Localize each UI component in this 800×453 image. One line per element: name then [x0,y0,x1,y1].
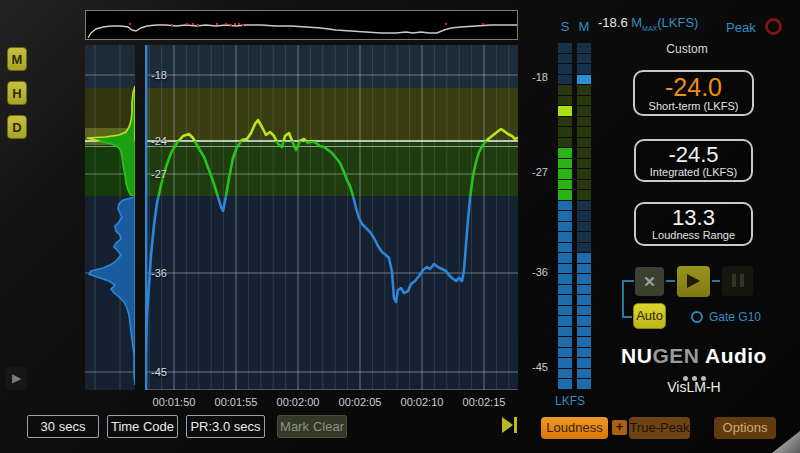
auto-link-wire [622,280,624,318]
graph-time-label: 00:02:10 [392,396,452,408]
graph-time-label: 00:01:55 [206,396,266,408]
reset-button[interactable]: ✕ [635,267,664,296]
momentary-meter-segment [577,306,591,316]
graph-time-label: 00:02:15 [454,396,514,408]
momentary-meter-segment [577,295,591,305]
momentary-meter-segment [577,285,591,295]
history-view-button[interactable]: H [7,81,27,105]
auto-button[interactable]: Auto [633,303,666,329]
momentary-meter-segment [577,43,591,53]
product-name: VisLM-H [614,379,774,395]
momentary-meter-segment [577,75,591,85]
short-term-meter-segment [558,369,572,379]
graph-time-label: 00:01:50 [144,396,204,408]
collapse-panel-button[interactable]: ▶ [6,367,27,390]
short-term-meter-segment [558,327,572,337]
momentary-meter-segment [577,316,591,326]
momentary-meter-segment [577,379,591,389]
true-peak-tab-button[interactable]: True-Peak [629,417,690,439]
vislm-plugin-window: M H D ▶ -18-24-27-36-45 00:01:5000:01:55… [0,0,800,453]
integrated-readout-box[interactable]: -24.5 Integrated (LKFS) [634,139,753,182]
graph-db-label: -27 [151,168,167,180]
short-term-meter-segment [558,316,572,326]
distribution-view-button[interactable]: D [7,115,27,139]
meter-db-label: -18 [524,71,548,83]
auto-link-wire [622,316,632,318]
nugen-audio-logo: NUGEN Audio [614,344,774,368]
mmax-unit: (LKFS) [657,15,698,30]
loudness-range-label: Loudness Range [636,229,751,241]
time-mode-button[interactable]: Time Code [107,415,178,438]
short-term-meter-segment [558,43,572,53]
pause-icon [732,274,736,287]
skip-to-end-icon[interactable] [502,416,519,434]
momentary-meter-segment [577,274,591,284]
meter-db-label: -27 [524,166,548,178]
play-button[interactable] [677,266,710,297]
resize-grip[interactable] [772,431,800,453]
short-term-meter-segment [558,159,572,169]
short-term-meter-segment [558,180,572,190]
peak-indicator-lamp[interactable] [765,18,782,35]
short-term-meter-segment [558,243,572,253]
momentary-meter-segment [577,337,591,347]
play-icon [687,274,700,288]
momentary-meter-segment [577,117,591,127]
integrated-value: -24.5 [636,143,751,166]
short-term-meter-segment [558,190,572,200]
transport-link-wire [666,280,675,282]
gate-label[interactable]: Gate G10 [709,310,761,324]
short-term-meter-segment [558,264,572,274]
short-term-meter-segment [558,232,572,242]
momentary-meter-segment [577,211,591,221]
short-term-column-label: S [558,19,572,34]
short-term-label: Short-term (LKFS) [635,100,752,112]
loudness-range-readout-box[interactable]: 13.3 Loudness Range [634,202,753,246]
momentary-meter-segment [577,369,591,379]
short-term-meter-segment [558,379,572,389]
options-button[interactable]: Options [714,417,776,439]
short-term-meter-segment [558,306,572,316]
preset-name[interactable]: Custom [637,42,737,56]
add-view-button[interactable]: + [612,420,627,435]
mark-button[interactable]: Mark [277,415,312,438]
pause-button[interactable] [722,266,753,296]
momentary-meter-segment [577,85,591,95]
practical-range-button[interactable]: PR:3.0 secs [186,415,265,438]
loudness-overview-strip[interactable] [85,10,518,40]
meter-db-label: -45 [524,361,548,373]
graph-db-label: -24 [151,135,167,147]
momentary-meter-segment [577,148,591,158]
momentary-view-button[interactable]: M [7,47,27,71]
overview-waveform [86,11,517,39]
short-term-meter-segment [558,138,572,148]
meter-unit-label: LKFS [548,394,592,408]
momentary-meter-segment [577,159,591,169]
gate-radio[interactable] [691,311,703,323]
momentary-meter-segment [577,358,591,368]
momentary-meter-segment [577,264,591,274]
short-term-readout-box[interactable]: -24.0 Short-term (LKFS) [633,70,754,116]
clear-button[interactable]: Clear [311,415,347,438]
momentary-meter-segment [577,232,591,242]
momentary-meter-segment [577,64,591,74]
graph-time-label: 00:02:00 [268,396,328,408]
short-term-meter-segment [558,253,572,263]
loudness-tab-button[interactable]: Loudness [541,417,608,439]
graph-db-label: -36 [151,267,167,279]
momentary-meter-segment [577,127,591,137]
short-term-meter-segment [558,169,572,179]
momentary-column-label: M [577,19,591,34]
momentary-meter-segment [577,348,591,358]
loudness-history-graph[interactable] [145,45,518,390]
transport-link-wire [712,280,720,282]
momentary-meter-segment [577,180,591,190]
momentary-meter-segment [577,96,591,106]
short-term-meter-segment [558,96,572,106]
momentary-meter-segment [577,106,591,116]
meter-db-label: -36 [524,266,548,278]
short-term-value: -24.0 [635,74,752,100]
graph-window-length-button[interactable]: 30 secs [27,415,99,438]
graph-time-label: 00:02:05 [330,396,390,408]
short-term-meter-segment [558,222,572,232]
